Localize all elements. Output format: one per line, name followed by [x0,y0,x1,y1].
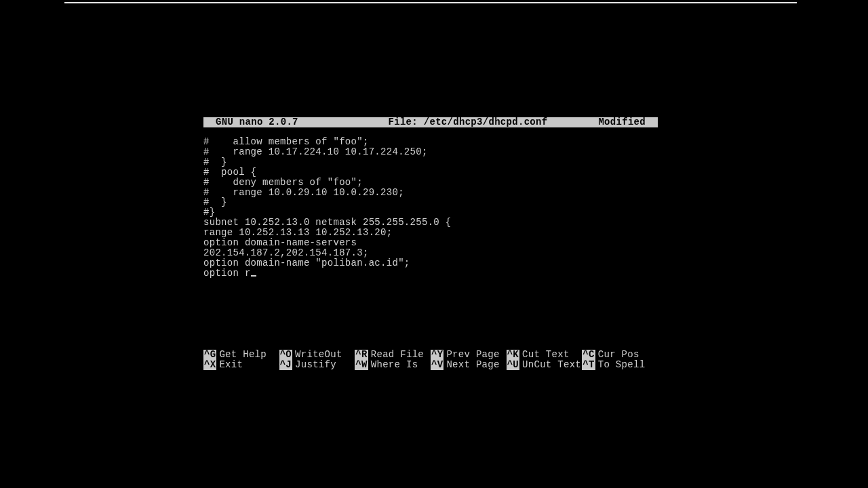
app-name: GNU nano 2.0.7 [203,117,339,127]
shortcut-to-spell[interactable]: ^TTo Spell [582,360,658,370]
shortcut-key: ^U [507,360,519,370]
file-prefix: File: [389,117,424,127]
buffer-line[interactable]: # range 10.17.224.10 10.17.224.250; [203,147,658,157]
shortcut-key: ^O [279,350,292,360]
shortcut-next-page[interactable]: ^VNext Page [431,360,507,370]
buffer-line[interactable]: # } [203,157,658,167]
buffer-line[interactable]: subnet 10.252.13.0 netmask 255.255.255.0… [203,218,658,228]
shortcut-label: Cut Text [519,350,570,360]
shortcut-label: Next Page [443,360,499,370]
shortcut-label: Exit [216,360,243,370]
shortcut-uncut-text[interactable]: ^UUnCut Text [507,360,583,370]
buffer-line[interactable]: #} [203,207,658,218]
shortcut-writeout[interactable]: ^OWriteOut [279,350,355,360]
shortcut-read-file[interactable]: ^RRead File [355,350,431,360]
nano-editor: GNU nano 2.0.7 File: /etc/dhcp3/dhcpd.co… [203,117,658,370]
shortcut-label: Cur Pos [595,350,639,360]
buffer-line[interactable]: # range 10.0.29.10 10.0.29.230; [203,188,658,198]
buffer-line[interactable]: # pool { [203,167,658,178]
shortcut-bar: ^GGet Help^OWriteOut^RRead File^YPrev Pa… [203,350,658,370]
shortcut-key: ^G [203,350,216,360]
shortcut-label: Read File [368,350,424,360]
buffer-line[interactable]: option domain-name-servers [203,238,658,248]
text-buffer[interactable]: # allow members of "foo";# range 10.17.2… [203,137,658,279]
buffer-line[interactable]: # deny members of "foo"; [203,178,658,188]
buffer-line[interactable]: 202.154.187.2,202.154.187.3; [203,248,658,258]
shortcut-key: ^W [355,360,368,370]
cursor [251,275,256,277]
shortcut-key: ^J [279,360,292,370]
shortcut-cut-text[interactable]: ^KCut Text [507,350,583,360]
modified-flag: Modified [597,117,658,127]
buffer-line[interactable]: range 10.252.13.13 10.252.13.20; [203,228,658,238]
shortcut-where-is[interactable]: ^WWhere Is [355,360,431,370]
shortcut-exit[interactable]: ^XExit [203,360,279,370]
buffer-line[interactable]: # } [203,197,658,207]
buffer-line[interactable]: # allow members of "foo"; [203,137,658,147]
shortcut-label: Where Is [368,360,418,370]
shortcut-label: Prev Page [443,350,499,360]
shortcut-justify[interactable]: ^JJustify [279,360,355,370]
buffer-line[interactable]: option r [203,268,658,279]
shortcut-key: ^R [355,350,368,360]
shortcut-key: ^C [582,350,595,360]
shortcut-label: Get Help [216,350,267,360]
shortcut-key: ^X [203,360,216,370]
file-label: File: /etc/dhcp3/dhcpd.conf [339,117,597,127]
shortcut-key: ^T [582,360,595,370]
shortcut-key: ^K [507,350,519,360]
titlebar: GNU nano 2.0.7 File: /etc/dhcp3/dhcpd.co… [203,117,658,127]
shortcut-label: To Spell [595,360,646,370]
shortcut-label: Justify [292,360,336,370]
buffer-line[interactable]: option domain-name "poliban.ac.id"; [203,258,658,268]
shortcut-key: ^V [431,360,443,370]
shortcut-label: UnCut Text [519,360,581,370]
file-path: /etc/dhcp3/dhcpd.conf [424,117,548,127]
shortcut-prev-page[interactable]: ^YPrev Page [431,350,507,360]
shortcut-label: WriteOut [292,350,342,360]
shortcut-get-help[interactable]: ^GGet Help [203,350,279,360]
shortcut-cur-pos[interactable]: ^CCur Pos [582,350,658,360]
shortcut-key: ^Y [431,350,443,360]
top-border-line [64,2,797,3]
